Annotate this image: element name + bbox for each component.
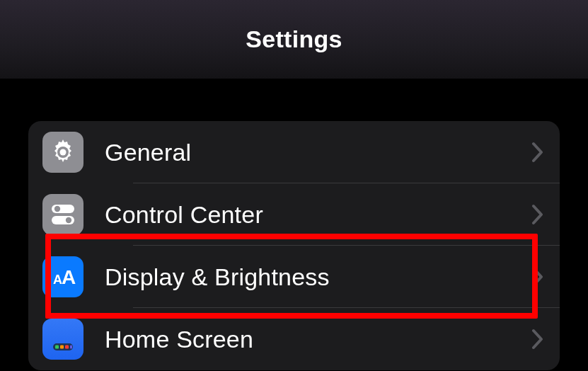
text-size-icon: A A (42, 256, 83, 297)
settings-content: General Control Center (0, 79, 588, 370)
chevron-right-icon (531, 266, 544, 287)
toggles-icon (42, 194, 83, 235)
svg-text:A: A (62, 266, 76, 288)
svg-rect-9 (55, 346, 59, 349)
settings-row-home-screen[interactable]: Home Screen (28, 308, 560, 370)
svg-rect-12 (70, 346, 72, 349)
chevron-right-icon (531, 329, 544, 350)
settings-row-label: General (105, 139, 531, 166)
svg-point-3 (54, 206, 60, 212)
gear-icon (42, 132, 83, 173)
settings-row-label: Display & Brightness (105, 263, 531, 291)
chevron-right-icon (531, 142, 544, 163)
svg-point-1 (60, 149, 67, 156)
svg-rect-11 (65, 346, 69, 349)
page-title: Settings (246, 25, 342, 53)
chevron-right-icon (531, 204, 544, 225)
settings-row-general[interactable]: General (28, 121, 560, 183)
settings-row-display-brightness[interactable]: A A Display & Brightness (28, 246, 560, 308)
settings-row-label: Home Screen (105, 326, 531, 353)
svg-point-5 (66, 217, 71, 223)
svg-rect-10 (60, 346, 64, 349)
settings-row-label: Control Center (105, 201, 531, 229)
settings-list: General Control Center (28, 121, 560, 370)
home-screen-icon (42, 319, 83, 360)
settings-row-control-center[interactable]: Control Center (28, 183, 560, 246)
settings-header: Settings (0, 0, 588, 79)
